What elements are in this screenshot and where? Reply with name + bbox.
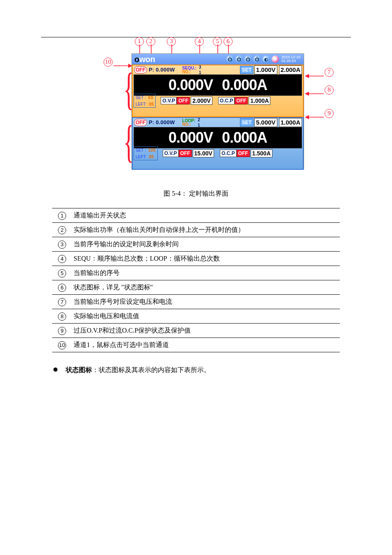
legend-number: 3	[58, 240, 66, 249]
diagram-area: 1 2 3 4 5 6 10 7 8 9 { { oowonwon ⏻	[0, 33, 392, 181]
ch2-reading: 0.000V 0.000A	[134, 127, 302, 148]
legend-row: 7当前输出序号对应设定电压和电流	[52, 294, 340, 309]
status-icon: ⏻	[244, 56, 252, 63]
ch2-set-row: OFF P: 0.000W LOOP: NO.: 2 1 SET 5.000V …	[133, 118, 303, 127]
ch1-timer-row: SET :6S LEFT:0S O.V.P OFF 2.000V O.C.P O…	[133, 96, 303, 106]
status-icon: ⏻	[254, 56, 261, 63]
ocp-value: 1.000A	[249, 97, 270, 105]
power-value: 0.000W	[156, 119, 175, 126]
legend-text: 实际输出功率（在输出关闭时自动保持上次一开机时的值）	[72, 222, 340, 237]
caption-prefix: 图 5-4：	[164, 190, 187, 197]
legend-row: 8实际输出电压和电流值	[52, 309, 340, 323]
ovp-state: OFF	[177, 97, 190, 104]
status-icon: ◐	[263, 56, 270, 63]
legend-row: 4SEQU：顺序输出总次数；LOOP：循环输出总次数	[52, 251, 340, 266]
legend-text: 通道输出开关状态	[72, 208, 340, 222]
svg-marker-17	[305, 92, 309, 96]
ocp-state: OFF	[237, 150, 250, 157]
legend-text: 通道1，鼠标点击可选中当前通道	[72, 338, 340, 352]
legend-number: 4	[58, 255, 66, 263]
ch1-reading: 0.000V 0.000A	[134, 74, 302, 96]
ovp-label: O.V.P	[161, 97, 177, 104]
ch2-timer-row: SET :10S LEFT:0S O.V.P OFF 15.00V O.C.P …	[133, 148, 303, 158]
legend-text: 状态图标，详见 "状态图标"	[72, 280, 340, 294]
ovp-value: 2.000V	[191, 97, 212, 105]
legend-number: 10	[58, 341, 66, 349]
figure-caption: 图 5-4： 定时输出界面	[0, 189, 392, 198]
legend-text: SEQU：顺序输出总次数；LOOP：循环输出总次数	[72, 251, 340, 266]
legend-text: 当前输出序号对应设定电压和电流	[72, 294, 340, 309]
set-current: 1.000A	[279, 118, 302, 127]
ovp-value: 15.00V	[193, 149, 214, 158]
read-current: 0.000A	[222, 75, 267, 95]
legend-text: 当前输出的序号	[72, 266, 340, 280]
device-screen: oowonwon ⏻ ⏻ ⏻ ⏻ ◐ U 2010-12-1002.26.54 …	[131, 53, 304, 169]
no-val: 1	[198, 123, 200, 128]
legend-number: 2	[58, 226, 66, 234]
legend-number: 8	[58, 312, 66, 321]
ovp-state: OFF	[179, 150, 192, 157]
set-current: 2.000A	[279, 65, 302, 74]
svg-marker-15	[305, 74, 309, 78]
power-value: 0.000W	[156, 66, 175, 74]
no-label: NO.:	[182, 70, 196, 74]
no-label: NO.:	[182, 123, 196, 126]
channel-1[interactable]: OFF P: 0.000W SEQU.: NO.: 3 1 SET 1.000V…	[132, 65, 304, 117]
no-val: 1	[199, 70, 201, 76]
legend-table: 1通道输出开关状态2实际输出功率（在输出关闭时自动保持上次一开机时的值）3当前序…	[52, 208, 340, 352]
read-voltage: 0.000V	[168, 128, 213, 148]
legend-row: 10通道1，鼠标点击可选中当前通道	[52, 338, 340, 352]
channel-2[interactable]: OFF P: 0.000W LOOP: NO.: 2 1 SET 5.000V …	[132, 117, 304, 170]
arrow	[305, 88, 324, 97]
timer-box: SET :10S LEFT:0S	[134, 146, 158, 160]
legend-text: 当前序号输出的设定时间及剩余时间	[72, 237, 340, 251]
read-voltage: 0.000V	[168, 75, 213, 95]
status-icon: ⏻	[226, 56, 234, 63]
legend-text: 实际输出电压和电流值	[72, 309, 340, 323]
bullet-title: 状态图标	[66, 366, 92, 373]
callout-8: 8	[325, 86, 334, 95]
owon-logo: oowonwon	[134, 54, 155, 65]
set-label: SET	[240, 66, 254, 74]
output-off-badge: OFF	[134, 119, 147, 126]
ocp-label: O.C.P	[218, 97, 235, 104]
power-label: P:	[149, 119, 154, 126]
power-label: P:	[149, 66, 154, 74]
mode-val: 3	[199, 65, 201, 70]
svg-marker-19	[305, 115, 309, 119]
loop-val: 2	[198, 117, 200, 123]
callout-7: 7	[325, 68, 334, 77]
ocp-value: 1.500A	[251, 149, 272, 158]
legend-number: 6	[58, 284, 66, 292]
set-voltage: 5.000V	[254, 118, 277, 127]
ocp-label: O.C.P	[220, 150, 237, 157]
legend-row: 3当前序号输出的设定时间及剩余时间	[52, 237, 340, 251]
ch1-set-row: OFF P: 0.000W SEQU.: NO.: 3 1 SET 1.000V…	[133, 65, 303, 74]
legend-number: 9	[58, 327, 66, 335]
arrow	[305, 70, 324, 79]
callout-9: 9	[325, 109, 334, 118]
legend-row: 9过压O.V.P和过流O.C.P保护状态及保护值	[52, 323, 340, 338]
set-voltage: 1.000V	[254, 65, 277, 74]
legend-row: 1通道输出开关状态	[52, 208, 340, 222]
legend-number: 7	[58, 298, 66, 306]
callout-10: 10	[104, 58, 113, 67]
caption-text: 定时输出界面	[189, 190, 228, 197]
usb-icon: U	[272, 56, 279, 63]
timer-box: SET :6S LEFT:0S	[134, 94, 156, 108]
status-icon-bullet: 状态图标：状态图标及其表示的内容如下表所示。	[53, 365, 334, 375]
status-icon: ⏻	[235, 56, 243, 63]
legend-row: 5当前输出的序号	[52, 266, 340, 280]
set-label: SET	[240, 118, 254, 127]
title-bar: oowonwon ⏻ ⏻ ⏻ ⏻ ◐ U 2010-12-1002.26.54	[132, 54, 304, 65]
arrow	[305, 111, 324, 120]
read-current: 0.000A	[222, 128, 267, 148]
legend-row: 6状态图标，详见 "状态图标"	[52, 280, 340, 294]
ocp-state: OFF	[235, 97, 248, 104]
legend-text: 过压O.V.P和过流O.C.P保护状态及保护值	[72, 323, 340, 338]
output-off-badge: OFF	[134, 66, 147, 74]
legend-number: 5	[58, 269, 66, 278]
legend-row: 2实际输出功率（在输出关闭时自动保持上次一开机时的值）	[52, 222, 340, 237]
legend-number: 1	[58, 212, 66, 220]
bullet-text: ：状态图标及其表示的内容如下表所示。	[92, 366, 210, 373]
